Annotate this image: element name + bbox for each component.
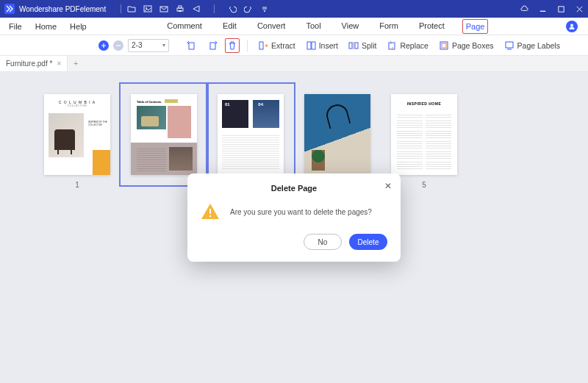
dialog-title: Delete Page xyxy=(201,184,387,193)
split-icon xyxy=(348,40,359,51)
separator xyxy=(247,40,248,51)
svg-rect-20 xyxy=(209,215,211,217)
undo-icon[interactable] xyxy=(228,4,237,13)
separator xyxy=(214,4,215,13)
svg-rect-12 xyxy=(312,42,315,49)
maximize-icon[interactable] xyxy=(557,5,565,13)
zoom-in-button[interactable] xyxy=(98,40,109,51)
rotate-right-icon xyxy=(207,40,218,51)
image-icon[interactable] xyxy=(143,4,152,13)
page-toolbar: 2-3 Extract Insert Split Replace Page Bo… xyxy=(0,35,588,56)
menu-file[interactable]: File xyxy=(9,22,22,31)
share-icon[interactable] xyxy=(192,4,201,13)
svg-rect-11 xyxy=(307,42,311,49)
pageboxes-button[interactable]: Page Boxes xyxy=(436,39,497,52)
dialog-text: Are you sure you want to delete the page… xyxy=(230,208,372,216)
redo-icon[interactable] xyxy=(244,4,253,13)
pagelabels-icon xyxy=(504,40,514,51)
extract-icon xyxy=(258,40,268,51)
menu-view[interactable]: View xyxy=(339,19,362,34)
svg-rect-13 xyxy=(349,43,352,49)
document-tabs: Furniture.pdf * × + xyxy=(0,56,588,72)
titlebar: Wondershare PDFelement xyxy=(0,0,588,18)
close-icon[interactable] xyxy=(576,5,584,13)
svg-rect-19 xyxy=(209,209,211,214)
window-controls xyxy=(520,5,584,13)
menu-edit[interactable]: Edit xyxy=(220,19,240,34)
pageboxes-label: Page Boxes xyxy=(452,41,494,50)
rotate-left-button[interactable] xyxy=(184,39,200,52)
rotate-right-button[interactable] xyxy=(204,39,220,52)
cloud-icon[interactable] xyxy=(520,5,528,13)
pagelabels-button[interactable]: Page Labels xyxy=(501,39,563,52)
minimize-icon[interactable] xyxy=(539,5,547,13)
open-icon[interactable] xyxy=(127,4,136,13)
svg-rect-6 xyxy=(559,6,564,11)
insert-button[interactable]: Insert xyxy=(303,39,341,52)
zoom-out-button[interactable] xyxy=(113,40,123,51)
dialog-no-button[interactable]: No xyxy=(304,234,342,250)
app-logo-icon xyxy=(4,4,15,14)
svg-rect-5 xyxy=(179,10,182,12)
menu-home[interactable]: Home xyxy=(35,22,57,31)
svg-rect-8 xyxy=(189,43,194,49)
svg-point-7 xyxy=(570,24,573,26)
replace-label: Replace xyxy=(400,41,429,50)
delete-page-dialog: Delete Page ✕ Are you sure you want to d… xyxy=(187,173,401,262)
menu-help[interactable]: Help xyxy=(70,22,87,31)
svg-rect-14 xyxy=(355,43,358,49)
print-icon[interactable] xyxy=(176,4,184,13)
extract-button[interactable]: Extract xyxy=(255,39,298,52)
delete-label: Delete xyxy=(358,238,379,246)
replace-button[interactable]: Replace xyxy=(384,39,431,52)
dialog-delete-button[interactable]: Delete xyxy=(349,234,387,250)
insert-icon xyxy=(306,40,316,51)
svg-rect-17 xyxy=(442,43,446,48)
svg-rect-9 xyxy=(210,43,215,49)
split-label: Split xyxy=(362,41,376,50)
page-range-value: 2-3 xyxy=(132,41,142,49)
rotate-left-icon xyxy=(187,40,197,51)
quick-access-toolbar xyxy=(127,4,269,13)
trash-icon xyxy=(227,40,237,51)
tab-close-icon[interactable]: × xyxy=(57,60,61,68)
menu-convert[interactable]: Convert xyxy=(254,19,289,34)
tab-label: Furniture.pdf * xyxy=(6,60,52,68)
user-avatar-icon[interactable] xyxy=(566,21,578,32)
dropdown-icon[interactable] xyxy=(260,4,269,13)
page-canvas: C O L U M B I A COLLECTIVE INSPIRED BY T… xyxy=(0,72,588,383)
insert-label: Insert xyxy=(319,41,338,50)
menu-protect[interactable]: Protect xyxy=(416,19,448,34)
new-tab-button[interactable]: + xyxy=(68,60,84,68)
split-button[interactable]: Split xyxy=(345,39,379,52)
menu-page[interactable]: Page xyxy=(462,19,489,34)
extract-label: Extract xyxy=(271,41,295,50)
separator xyxy=(121,4,121,13)
page-range-input[interactable]: 2-3 xyxy=(128,39,169,52)
svg-rect-18 xyxy=(506,42,513,48)
replace-icon xyxy=(387,40,397,51)
dialog-close-icon[interactable]: ✕ xyxy=(384,181,392,191)
warning-icon xyxy=(201,203,220,221)
tab-furniture[interactable]: Furniture.pdf * × xyxy=(0,56,68,71)
pagelabels-label: Page Labels xyxy=(517,41,560,50)
no-label: No xyxy=(318,238,328,246)
menu-comment[interactable]: Comment xyxy=(164,19,205,34)
svg-rect-10 xyxy=(259,42,263,49)
mail-icon[interactable] xyxy=(159,4,168,13)
delete-page-button[interactable] xyxy=(225,38,240,53)
menu-tool[interactable]: Tool xyxy=(303,19,323,34)
pageboxes-icon xyxy=(439,40,449,51)
menu-form[interactable]: Form xyxy=(376,19,401,34)
menubar: File Home Help Comment Edit Convert Tool… xyxy=(0,18,588,35)
svg-rect-4 xyxy=(179,6,182,8)
dialog-backdrop: Delete Page ✕ Are you sure you want to d… xyxy=(0,72,588,383)
app-name: Wondershare PDFelement xyxy=(19,5,106,13)
